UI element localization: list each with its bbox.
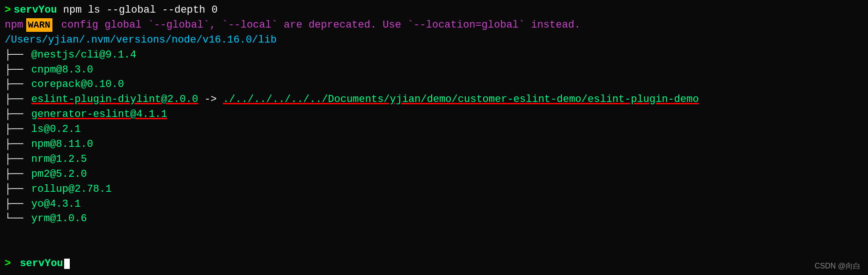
- tree-connector: ├──: [5, 197, 29, 212]
- package-line: ├── ls@0.2.1: [5, 122, 863, 137]
- node-path: /Users/yjian/.nvm/versions/node/v16.16.0…: [5, 33, 277, 48]
- warn-message: config global `--global`, `--local` are …: [55, 18, 581, 33]
- package-name: rollup@2.78.1: [31, 182, 112, 197]
- package-name: cnpm@8.3.0: [31, 63, 93, 78]
- tree-connector: ├──: [5, 182, 29, 197]
- package-name: yrm@1.0.6: [31, 211, 87, 226]
- package-path: ./../../../../../Documents/yjian/demo/cu…: [223, 92, 699, 107]
- tree-connector: ├──: [5, 48, 29, 63]
- package-line: ├── generator-eslint@4.1.1: [5, 107, 863, 122]
- warn-line: npm WARN config global `--global`, `--lo…: [5, 18, 863, 33]
- package-name: npm@8.11.0: [31, 137, 93, 152]
- package-name: pm2@5.2.0: [31, 167, 87, 182]
- tree-connector: ├──: [5, 137, 29, 152]
- command-text: npm ls --global --depth 0: [57, 3, 218, 18]
- package-line: ├── pm2@5.2.0: [5, 167, 863, 182]
- path-line: /Users/yjian/.nvm/versions/node/v16.16.0…: [5, 33, 863, 48]
- package-line: ├── rollup@2.78.1: [5, 182, 863, 197]
- package-name: eslint-plugin-diylint@2.0.0: [31, 92, 198, 107]
- package-line: └── yrm@1.0.6: [5, 211, 863, 226]
- package-line: ├── @nestjs/cli@9.1.4: [5, 48, 863, 63]
- tree-connector: ├──: [5, 167, 29, 182]
- warn-badge: WARN: [26, 18, 52, 32]
- arrow-symbol: ->: [198, 92, 223, 107]
- package-line: ├── eslint-plugin-diylint@2.0.0 -> ./../…: [5, 92, 863, 107]
- package-line: ├── npm@8.11.0: [5, 137, 863, 152]
- package-name: corepack@0.10.0: [31, 77, 124, 92]
- package-name: nrm@1.2.5: [31, 152, 87, 167]
- package-line: ├── corepack@0.10.0: [5, 77, 863, 92]
- tree-connector: ├──: [5, 77, 29, 92]
- package-name: ls@0.2.1: [31, 122, 81, 137]
- package-name: @nestjs/cli@9.1.4: [31, 48, 136, 63]
- tree-connector: ├──: [5, 122, 29, 137]
- package-line: ├── nrm@1.2.5: [5, 152, 863, 167]
- package-line: ├── cnpm@8.3.0: [5, 63, 863, 78]
- prompt-name: servYou: [14, 3, 57, 18]
- csdn-watermark: CSDN @向白: [815, 261, 861, 271]
- bottom-prompt: > servYou: [5, 256, 70, 271]
- tree-connector: ├──: [5, 63, 29, 78]
- tree-connector: ├──: [5, 152, 29, 167]
- package-line: ├── yo@4.3.1: [5, 197, 863, 212]
- package-list: ├── @nestjs/cli@9.1.4├── cnpm@8.3.0├── c…: [5, 48, 863, 227]
- tree-connector: ├──: [5, 107, 29, 122]
- npm-prefix: npm: [5, 18, 23, 33]
- tree-connector: └──: [5, 211, 29, 226]
- cursor: [64, 259, 70, 269]
- prompt-arrow: >: [5, 3, 11, 18]
- package-name: yo@4.3.1: [31, 197, 81, 212]
- package-name: generator-eslint@4.1.1: [31, 107, 167, 122]
- bottom-prompt-name: servYou: [14, 256, 63, 271]
- tree-connector: ├──: [5, 92, 29, 107]
- command-line: > servYou npm ls --global --depth 0: [5, 3, 863, 18]
- bottom-prompt-arrow: >: [5, 256, 11, 271]
- terminal-window: > servYou npm ls --global --depth 0 npm …: [0, 0, 868, 275]
